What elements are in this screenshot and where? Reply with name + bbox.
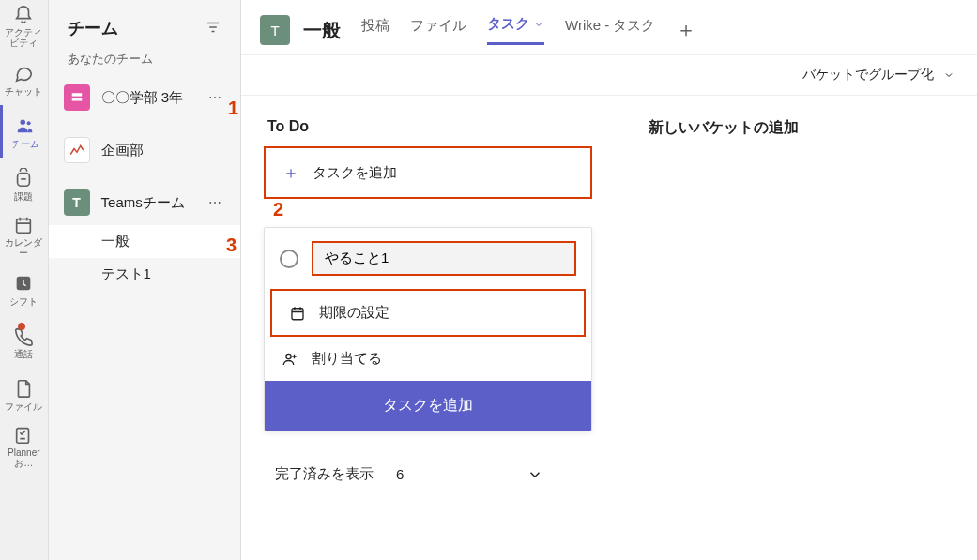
chevron-down-icon xyxy=(943,69,954,81)
main-content: T 一般 投稿 ファイル タスク Wrike - タスク ＋ バケットでグループ… xyxy=(241,0,977,560)
callout-1: 1 xyxy=(228,98,238,119)
rail-assignments-label: 課題 xyxy=(14,191,33,202)
channel-test1[interactable]: テスト1 xyxy=(49,258,240,291)
group-by-dropdown[interactable]: バケットでグループ化 xyxy=(802,67,954,83)
tab-wrike[interactable]: Wrike - タスク xyxy=(565,17,655,44)
calendar-icon xyxy=(289,305,306,322)
show-done-label: 完了済みを表示 xyxy=(275,465,374,483)
filter-icon[interactable] xyxy=(205,19,221,38)
svg-rect-3 xyxy=(17,219,31,234)
tab-files[interactable]: ファイル xyxy=(410,17,466,44)
bucket-title: To Do xyxy=(264,118,592,135)
assign-icon xyxy=(282,351,298,368)
add-tab-button[interactable]: ＋ xyxy=(676,16,696,44)
rail-activity-label: アクティビティ xyxy=(4,27,44,48)
calendar-icon xyxy=(12,215,35,235)
rail-calendar-label: カレンダー xyxy=(4,237,44,258)
bell-icon xyxy=(12,5,35,25)
task-name-row xyxy=(265,228,591,289)
rail-shifts[interactable]: シフト xyxy=(0,263,48,315)
assign-button[interactable]: 割り当てる xyxy=(265,337,591,381)
svg-point-0 xyxy=(20,119,25,124)
due-date-label: 期限の設定 xyxy=(319,304,389,322)
tab-bar: 投稿 ファイル タスク Wrike - タスク ＋ xyxy=(361,15,696,45)
team-avatar-icon: 〓 xyxy=(64,84,90,111)
add-task-label: タスクを追加 xyxy=(313,164,397,182)
rail-teams-label: チーム xyxy=(11,139,39,149)
task-board: 1 2 3 To Do ＋ タスクを追加 期限の設定 xyxy=(241,96,977,483)
rail-activity[interactable]: アクティビティ xyxy=(0,0,48,53)
task-name-input[interactable] xyxy=(312,241,576,276)
submit-task-button[interactable]: タスクを追加 xyxy=(265,381,591,431)
svg-rect-5 xyxy=(17,429,29,444)
rail-chat-label: チャット xyxy=(5,86,42,97)
tab-tasks[interactable]: タスク xyxy=(487,15,544,45)
team-item-1[interactable]: 〓 〇〇学部 3年 ⋯ xyxy=(49,75,240,120)
notification-dot-icon xyxy=(18,323,25,330)
tab-tasks-label: タスク xyxy=(487,15,529,33)
rail-shifts-label: シフト xyxy=(9,296,38,307)
new-bucket-label: 新しいバケットの追加 xyxy=(649,118,977,138)
svg-rect-6 xyxy=(292,308,303,319)
team-avatar-icon: T xyxy=(64,189,90,216)
team-sidebar-header: チーム xyxy=(49,0,240,51)
backpack-icon xyxy=(12,167,35,189)
channel-title: 一般 xyxy=(303,18,341,43)
rail-files-label: ファイル xyxy=(5,401,42,412)
rail-chat[interactable]: チャット xyxy=(0,53,48,105)
rail-calls[interactable]: 通話 xyxy=(0,315,48,368)
assign-label: 割り当てる xyxy=(312,350,382,368)
channel-general[interactable]: 一般 xyxy=(49,225,240,258)
rail-planner[interactable]: Planner お… xyxy=(0,420,48,473)
rail-files[interactable]: ファイル xyxy=(0,368,48,420)
due-date-button[interactable]: 期限の設定 xyxy=(270,289,586,337)
channel-header: T 一般 投稿 ファイル タスク Wrike - タスク ＋ xyxy=(241,0,977,54)
channel-avatar-icon: T xyxy=(260,15,290,45)
planner-icon xyxy=(12,425,35,446)
done-count: 6 xyxy=(396,466,404,482)
rail-planner-label: Planner お… xyxy=(4,447,44,468)
show-done-row[interactable]: 完了済みを表示 6 xyxy=(264,465,555,483)
team-item-2[interactable]: 企画部 xyxy=(49,128,240,173)
your-teams-label: あなたのチーム xyxy=(49,51,240,75)
teams-icon xyxy=(14,114,37,137)
tab-posts[interactable]: 投稿 xyxy=(361,17,389,44)
team-name: 企画部 xyxy=(101,142,225,159)
tasks-toolbar: バケットでグループ化 xyxy=(241,54,977,96)
new-task-card: 期限の設定 割り当てる タスクを追加 xyxy=(264,227,592,431)
bucket-todo: To Do ＋ タスクを追加 期限の設定 割り当てる タスク xyxy=(264,118,592,483)
rail-calls-label: 通話 xyxy=(14,349,33,359)
chevron-down-icon xyxy=(527,466,543,483)
app-rail: アクティビティ チャット チーム 課題 カレンダー シフト 通話 ファイル Pl… xyxy=(0,0,49,560)
group-by-label: バケットでグループ化 xyxy=(802,67,934,83)
callout-3: 3 xyxy=(226,235,237,256)
add-task-button[interactable]: ＋ タスクを追加 xyxy=(264,146,592,199)
team-item-3[interactable]: T Teamsチーム ⋯ xyxy=(49,180,240,225)
team-avatar-icon xyxy=(64,137,90,163)
more-icon[interactable]: ⋯ xyxy=(205,86,225,109)
team-name: Teamsチーム xyxy=(101,194,205,212)
team-name: 〇〇学部 3年 xyxy=(101,89,205,107)
svg-point-1 xyxy=(26,121,30,125)
sidebar-title: チーム xyxy=(68,17,118,39)
clock-icon xyxy=(12,272,35,295)
rail-teams[interactable]: チーム xyxy=(0,105,48,158)
callout-2: 2 xyxy=(273,199,283,220)
complete-circle-icon[interactable] xyxy=(280,250,298,268)
svg-point-7 xyxy=(286,354,291,358)
new-bucket[interactable]: 新しいバケットの追加 xyxy=(649,118,977,483)
chevron-down-icon xyxy=(533,19,544,30)
file-icon xyxy=(12,377,35,400)
rail-assignments[interactable]: 課題 xyxy=(0,158,48,210)
plus-icon: ＋ xyxy=(282,161,299,184)
chat-icon xyxy=(12,62,35,84)
rail-calendar[interactable]: カレンダー xyxy=(0,210,48,263)
more-icon[interactable]: ⋯ xyxy=(205,191,225,214)
team-sidebar: チーム あなたのチーム 〓 〇〇学部 3年 ⋯ 企画部 T Teamsチーム ⋯… xyxy=(49,0,241,560)
